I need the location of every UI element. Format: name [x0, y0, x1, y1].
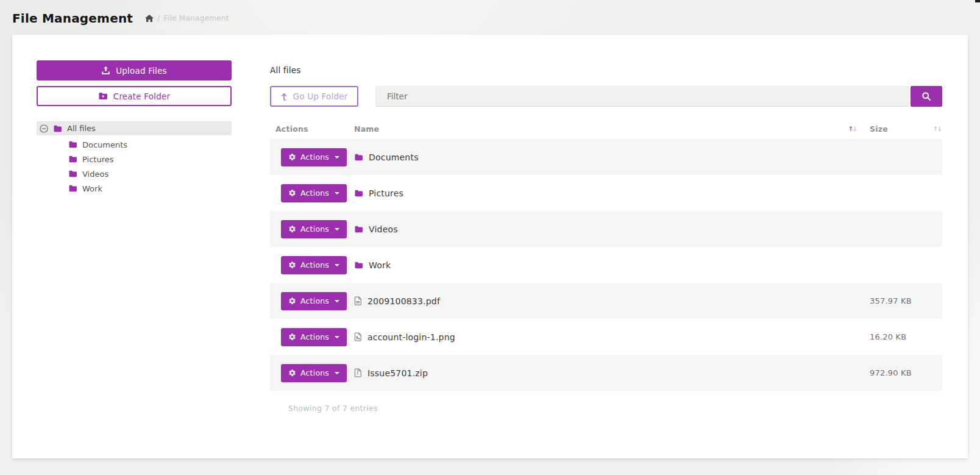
row-actions-button[interactable]: Actions	[281, 220, 347, 238]
breadcrumb-separator: /	[157, 14, 160, 23]
tree-item-label: Work	[82, 184, 102, 193]
folder-icon	[53, 125, 62, 132]
filter-input[interactable]	[375, 86, 909, 107]
column-header-size: Size	[870, 124, 888, 134]
chevron-down-icon	[335, 300, 339, 302]
file-row: Actions 2009100833.pdf 357.97 KB	[270, 283, 942, 319]
arrow-up-icon	[281, 92, 288, 101]
file-size: 972.90 KB	[870, 368, 912, 377]
chevron-down-icon	[335, 336, 339, 338]
toolbar: Go Up Folder	[270, 86, 942, 107]
row-actions-button[interactable]: Actions	[281, 256, 347, 274]
page-title: File Management	[12, 11, 133, 26]
folder-row: Actions Pictures	[270, 175, 942, 211]
chevron-down-icon	[335, 264, 339, 266]
file-name: Videos	[369, 224, 398, 234]
create-folder-button[interactable]: Create Folder	[37, 86, 232, 106]
home-icon[interactable]	[145, 15, 154, 22]
collapse-minus-icon[interactable]	[40, 124, 48, 133]
chevron-down-icon	[335, 372, 339, 374]
column-header-actions: Actions	[270, 124, 354, 134]
search-button[interactable]	[911, 86, 942, 107]
table-header: Actions Name ↑↓ Size ↑↓	[270, 118, 942, 139]
create-folder-label: Create Folder	[113, 91, 170, 101]
file-name: Documents	[369, 152, 419, 162]
folder-icon	[68, 155, 77, 163]
sidebar: Upload Files Create Folder All files	[37, 60, 232, 459]
row-actions-label: Actions	[300, 188, 329, 198]
go-up-folder-label: Go Up Folder	[293, 91, 348, 101]
gear-icon	[288, 333, 296, 341]
folder-icon	[354, 154, 363, 161]
current-folder-label: All files	[270, 65, 942, 75]
file-name: Pictures	[369, 188, 403, 198]
gear-icon	[288, 297, 296, 305]
gear-icon	[288, 189, 296, 197]
folder-row: Actions Documents	[270, 139, 942, 175]
row-actions-button[interactable]: Actions	[281, 328, 347, 346]
row-actions-label: Actions	[300, 296, 329, 305]
file-table-body: Actions Documents Actions	[270, 139, 942, 391]
gear-icon	[288, 261, 296, 269]
folder-row: Actions Work	[270, 247, 942, 283]
breadcrumb-current: File Management	[163, 14, 229, 23]
tree-item-documents[interactable]: Documents	[37, 137, 232, 152]
image-file-icon	[354, 332, 362, 341]
file-size: 357.97 KB	[870, 296, 912, 305]
tree-item-videos[interactable]: Videos	[37, 166, 232, 181]
upload-files-label: Upload Files	[116, 66, 167, 76]
file-manager-card: Upload Files Create Folder All files	[12, 35, 968, 459]
zip-file-icon	[354, 368, 362, 377]
folder-icon	[354, 262, 363, 269]
folder-icon	[68, 185, 77, 192]
sort-name-icon[interactable]: ↑↓	[848, 125, 856, 132]
tree-item-label: Documents	[82, 140, 127, 149]
file-size: 16.20 KB	[870, 332, 906, 341]
folder-tree: All files Documents Pictures Videos Work	[37, 121, 232, 196]
entries-count: Showing 7 of 7 entries	[288, 404, 942, 413]
gear-icon	[288, 153, 296, 161]
row-actions-label: Actions	[300, 152, 329, 162]
go-up-folder-button[interactable]: Go Up Folder	[270, 86, 358, 107]
folder-icon	[68, 141, 77, 148]
folder-icon	[354, 226, 363, 233]
page-header: File Management / File Management	[12, 11, 229, 26]
tree-item-work[interactable]: Work	[37, 181, 232, 196]
file-name: Work	[369, 260, 391, 270]
folder-icon	[68, 170, 77, 177]
file-row: Actions Issue5701.zip 972.90 KB	[270, 355, 942, 391]
row-actions-label: Actions	[300, 224, 329, 234]
tree-item-label: All files	[67, 124, 96, 133]
chevron-down-icon	[335, 228, 339, 230]
row-actions-label: Actions	[300, 260, 329, 270]
pdf-file-icon	[354, 296, 362, 305]
folder-row: Actions Videos	[270, 211, 942, 247]
row-actions-button[interactable]: Actions	[281, 184, 347, 202]
tree-item-all-files[interactable]: All files	[37, 121, 232, 135]
file-name: account-login-1.png	[367, 332, 455, 342]
tree-item-label: Videos	[82, 170, 108, 179]
sort-size-icon[interactable]: ↑↓	[932, 125, 941, 132]
row-actions-label: Actions	[300, 332, 329, 341]
main-panel: All files Go Up Folder	[270, 60, 942, 459]
chevron-down-icon	[335, 192, 339, 195]
row-actions-button[interactable]: Actions	[281, 292, 347, 310]
folder-icon	[354, 190, 363, 197]
upload-icon	[101, 66, 110, 75]
row-actions-button[interactable]: Actions	[281, 364, 347, 382]
upload-files-button[interactable]: Upload Files	[37, 60, 232, 80]
file-name: Issue5701.zip	[367, 368, 428, 378]
gear-icon	[288, 225, 296, 233]
file-row: Actions account-login-1.png 16.20 KB	[270, 319, 942, 355]
corner-artifact	[975, 0, 980, 2]
search-icon	[921, 91, 931, 101]
breadcrumb: / File Management	[145, 14, 229, 23]
tree-item-pictures[interactable]: Pictures	[37, 152, 232, 166]
row-actions-button[interactable]: Actions	[281, 148, 347, 166]
gear-icon	[288, 369, 296, 377]
folder-tree-children: Documents Pictures Videos Work	[37, 137, 232, 196]
column-header-name: Name	[354, 124, 379, 134]
row-actions-label: Actions	[300, 368, 329, 377]
file-name: 2009100833.pdf	[367, 296, 440, 306]
folder-plus-icon	[98, 92, 108, 100]
